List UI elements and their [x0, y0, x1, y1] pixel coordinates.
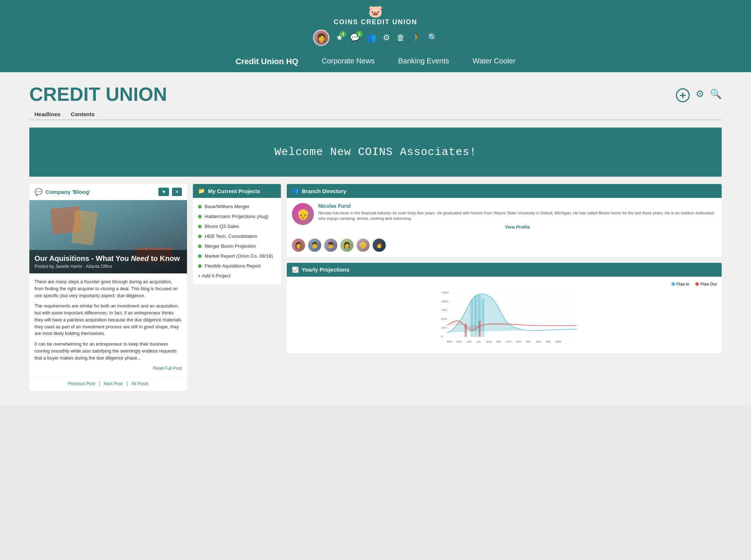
profile-pic: 👴	[292, 203, 314, 225]
svg-text:DEC: DEC	[526, 340, 531, 343]
page-header-actions: + ⚙ 🔍	[676, 88, 722, 105]
star-icon[interactable]: ★ 4	[336, 33, 343, 43]
legend-flow-out: Flow Out	[695, 282, 717, 286]
project-dot	[198, 235, 202, 238]
directory-header: 👥 Branch Directory	[287, 184, 722, 198]
project-dot	[198, 205, 202, 209]
page-header: CREDIT UNION + ⚙ 🔍	[29, 72, 722, 105]
projects-header: 📁 My Current Projects	[193, 184, 281, 198]
project-name: Bloom Q3 Sales	[205, 224, 239, 229]
site-title: COINS CREDIT UNION	[334, 18, 417, 26]
project-dot	[198, 225, 202, 228]
svg-text:75%: 75%	[441, 309, 447, 312]
projects-list: Base/Withers Merger Haldermann Projectio…	[193, 198, 281, 284]
directory-profile: 👴 Nicolas Furst Nicolas has been in the …	[287, 198, 722, 235]
svg-rect-13	[474, 296, 477, 337]
blog-label: Company 'Bloog'	[45, 189, 90, 195]
search-page-icon-btn[interactable]: 🔍	[710, 88, 722, 102]
filter-btn[interactable]: ▼	[158, 188, 169, 196]
svg-text:50%: 50%	[441, 317, 447, 321]
dir-avatar-1[interactable]: 👩	[292, 239, 305, 252]
read-more: Read Full Post	[34, 365, 182, 372]
blog-para-1: There are many steps a founder goes thro…	[34, 279, 182, 299]
project-name: Flexible Aquisitions Report	[205, 263, 261, 269]
blog-column: 💬 Company 'Bloog' ▼ ✕ Our Aquisitions - …	[29, 184, 187, 391]
tab-contents[interactable]: Contents	[66, 109, 100, 119]
walk-icon[interactable]: 🚶	[411, 33, 421, 43]
nav-item-banking-events[interactable]: Banking Events	[387, 51, 461, 71]
nav-item-water-cooler[interactable]: Water Cooler	[461, 51, 527, 71]
svg-text:FEB: FEB	[546, 340, 551, 343]
blog-para-2: The requirements are similar for both an…	[34, 303, 182, 337]
chart-header: 📈 Yearly Projections	[287, 263, 722, 277]
users-icon[interactable]: 👥	[366, 33, 376, 43]
prev-post-link[interactable]: Previous Post	[68, 381, 95, 386]
delete-btn[interactable]: ✕	[172, 188, 182, 196]
svg-text:NOV: NOV	[516, 340, 522, 343]
add-icon-btn[interactable]: +	[676, 88, 690, 102]
directory-avatars: 👩 👨 👦 👩 👴 👩	[287, 235, 722, 257]
chat-icon[interactable]: 💬 2	[350, 33, 360, 43]
content-area: 💬 Company 'Bloog' ▼ ✕ Our Aquisitions - …	[29, 184, 722, 391]
list-item[interactable]: Haldermann Projections (Aug)	[193, 211, 281, 221]
projects-card: 📁 My Current Projects Base/Withers Merge…	[193, 184, 281, 284]
svg-text:MAY: MAY	[457, 340, 462, 343]
list-item[interactable]: Market Report (Orion Co. 08/18)	[193, 251, 281, 261]
view-profile-link[interactable]: View Profile	[505, 225, 530, 230]
svg-rect-15	[481, 299, 484, 337]
chart-card: 📈 Yearly Projections Flow In Flow Out	[287, 263, 722, 353]
legend-blue-dot	[671, 282, 675, 286]
star-badge: 4	[340, 31, 346, 37]
project-name: Merger Boom Projection	[205, 243, 256, 249]
project-name: Market Report (Orion Co. 08/18)	[205, 253, 273, 259]
nav-item-corporate-news[interactable]: Corporate News	[310, 51, 387, 71]
trash-icon[interactable]: 🗑	[397, 33, 405, 43]
blog-image-overlay: Our Aquisitions - What You Need to Know …	[29, 250, 187, 273]
svg-rect-12	[470, 299, 473, 337]
profile-info: Nicolas Furst Nicolas has been in the fi…	[318, 203, 717, 230]
svg-text:100%: 100%	[441, 300, 448, 303]
blog-post-title: Our Aquisitions - What You Need to Know	[34, 254, 182, 263]
list-item[interactable]: Base/Withers Merger	[193, 202, 281, 211]
blog-actions: ▼ ✕	[158, 188, 182, 196]
dir-avatar-6[interactable]: 👩	[373, 239, 386, 252]
gear-icon[interactable]: ⚙	[383, 33, 390, 43]
svg-text:APR: APR	[447, 340, 452, 343]
project-dot	[198, 244, 202, 248]
list-item[interactable]: Flexible Aquisitions Report	[193, 261, 281, 271]
settings-icon-btn[interactable]: ⚙	[696, 88, 704, 102]
list-item[interactable]: Bloom Q3 Sales	[193, 221, 281, 231]
avatar-icon[interactable]: 👩	[313, 30, 329, 46]
legend-in-label: Flow In	[677, 282, 689, 286]
search-icon[interactable]: 🔍	[428, 33, 438, 43]
list-item[interactable]: Merger Boom Projection	[193, 241, 281, 251]
chart-body: Flow In Flow Out +25% 100% 75% 50% 25	[287, 277, 722, 353]
dir-avatar-2[interactable]: 👨	[308, 239, 321, 252]
blog-para-3: It can be overwhelming for an entreprene…	[34, 341, 182, 361]
next-post-link[interactable]: Next Post	[104, 381, 123, 386]
view-profile-container: View Profile	[318, 224, 717, 230]
dir-avatar-5[interactable]: 👴	[356, 239, 370, 252]
profile-bio: Nicolas has been in the financial indust…	[318, 210, 717, 222]
site-header: 🐷 COINS CREDIT UNION 👩 ★ 4 💬 2 👥 ⚙ 🗑 🚶 🔍	[0, 0, 751, 51]
blog-chat-icon: 💬	[34, 188, 43, 196]
tab-headlines[interactable]: Headlines	[29, 109, 66, 119]
nav-item-hq[interactable]: Credit Union HQ	[224, 51, 310, 72]
all-posts-link[interactable]: All Posts	[131, 381, 149, 386]
main-nav: Credit Union HQ Corporate News Banking E…	[0, 51, 751, 72]
dir-avatar-4[interactable]: 👩	[340, 239, 353, 252]
svg-text:JUL: JUL	[476, 340, 481, 343]
dir-avatar-3[interactable]: 👦	[324, 239, 337, 252]
read-full-post-link[interactable]: Read Full Post	[153, 366, 182, 371]
blog-image: Our Aquisitions - What You Need to Know …	[29, 200, 187, 273]
svg-text:25%: 25%	[441, 326, 447, 329]
project-name: HEB Tech. Consolidation	[205, 233, 257, 239]
svg-text:OCT: OCT	[506, 340, 512, 343]
blog-body: There are many steps a founder goes thro…	[29, 273, 187, 377]
pig-icon: 🐷	[0, 4, 751, 18]
svg-text:JUN: JUN	[466, 340, 472, 343]
add-project-item[interactable]: + Add A Project	[193, 271, 281, 281]
list-item[interactable]: HEB Tech. Consolidation	[193, 231, 281, 241]
right-column: 👥 Branch Directory 👴 Nicolas Furst Nicol…	[287, 184, 722, 353]
svg-rect-17	[479, 321, 481, 337]
